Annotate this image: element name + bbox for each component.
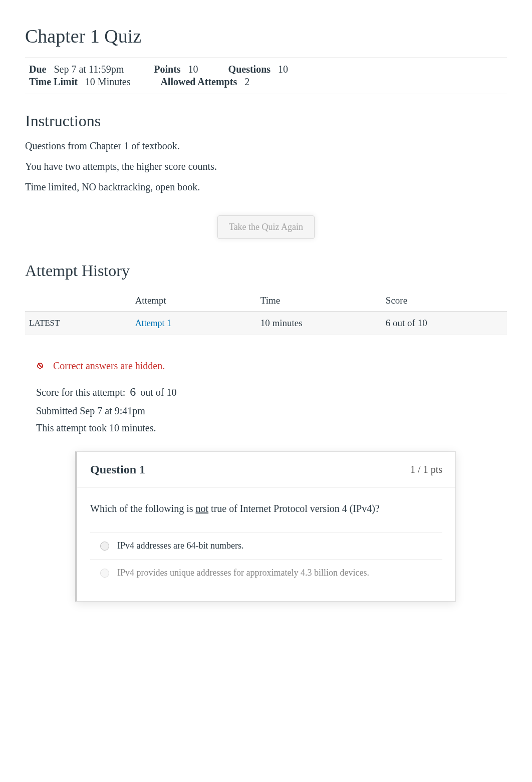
instructions-p1: Questions from Chapter 1 of textbook. (25, 140, 507, 152)
answers: IPv4 addresses are 64-bit numbers. IPv4 … (90, 532, 442, 586)
due-label: Due (29, 64, 46, 75)
attempt-link[interactable]: Attempt 1 (135, 318, 172, 328)
take-quiz-again-button[interactable]: Take the Quiz Again (217, 215, 315, 239)
history-heading: Attempt History (25, 262, 507, 280)
meta-questions: Questions 10 (228, 64, 288, 75)
answer-text: IPv4 provides unique addresses for appro… (117, 568, 369, 578)
question-points: 1 / 1 pts (410, 464, 442, 475)
radio-icon (100, 569, 109, 578)
question-text: Which of the following is not true of In… (90, 503, 442, 514)
col-score: Score (382, 290, 507, 312)
col-time: Time (256, 290, 382, 312)
question-title: Question 1 (90, 463, 145, 476)
allowed-value: 2 (244, 76, 249, 87)
score-prefix: Score for this attempt: (36, 387, 125, 398)
answer-option[interactable]: IPv4 provides unique addresses for appro… (90, 559, 442, 586)
table-header-row: Attempt Time Score (25, 290, 507, 312)
allowed-label: Allowed Attempts (160, 76, 237, 87)
points-label: Points (154, 64, 180, 75)
question-card: Question 1 1 / 1 pts Which of the follow… (75, 451, 456, 602)
quiz-meta: Due Sep 7 at 11:59pm Points 10 Questions… (25, 57, 507, 94)
cell-latest: LATEST (25, 312, 131, 335)
correct-answers-hidden: 🛇 Correct answers are hidden. (36, 360, 507, 372)
qtext-pre: Which of the following is (90, 503, 196, 514)
points-value: 10 (188, 64, 198, 75)
page-title: Chapter 1 Quiz (25, 25, 507, 47)
meta-points: Points 10 (154, 64, 198, 75)
hidden-icon: 🛇 (36, 362, 44, 371)
question-header: Question 1 1 / 1 pts (77, 452, 455, 488)
took-text: This attempt took 10 minutes. (36, 419, 507, 436)
time-limit-value: 10 Minutes (85, 76, 131, 87)
answer-text: IPv4 addresses are 64-bit numbers. (117, 541, 243, 551)
due-value: Sep 7 at 11:59pm (54, 64, 124, 75)
radio-icon (100, 542, 109, 551)
qtext-post: true of Internet Protocol version 4 (IPv… (208, 503, 380, 514)
attempt-summary: Score for this attempt: 6 out of 10 Subm… (36, 382, 507, 436)
questions-label: Questions (228, 64, 271, 75)
cell-score: 6 out of 10 (382, 312, 507, 335)
meta-time-limit: Time Limit 10 Minutes (29, 76, 130, 88)
answer-option[interactable]: IPv4 addresses are 64-bit numbers. (90, 532, 442, 559)
instructions-p2: You have two attempts, the higher score … (25, 161, 507, 172)
score-number: 6 (130, 385, 136, 398)
time-limit-label: Time Limit (29, 76, 78, 87)
submitted-text: Submitted Sep 7 at 9:41pm (36, 402, 507, 419)
meta-due: Due Sep 7 at 11:59pm (29, 64, 124, 75)
instructions-heading: Instructions (25, 112, 507, 130)
col-attempt: Attempt (131, 290, 256, 312)
col-blank (25, 290, 131, 312)
cell-time: 10 minutes (256, 312, 382, 335)
hidden-text: Correct answers are hidden. (53, 360, 165, 372)
attempt-history-table: Attempt Time Score LATEST Attempt 1 10 m… (25, 290, 507, 335)
qtext-underline: not (196, 503, 209, 514)
questions-value: 10 (278, 64, 288, 75)
instructions-p3: Time limited, NO backtracking, open book… (25, 181, 507, 193)
meta-allowed: Allowed Attempts 2 (160, 76, 249, 88)
table-row: LATEST Attempt 1 10 minutes 6 out of 10 (25, 312, 507, 335)
score-suffix: out of 10 (140, 387, 176, 398)
